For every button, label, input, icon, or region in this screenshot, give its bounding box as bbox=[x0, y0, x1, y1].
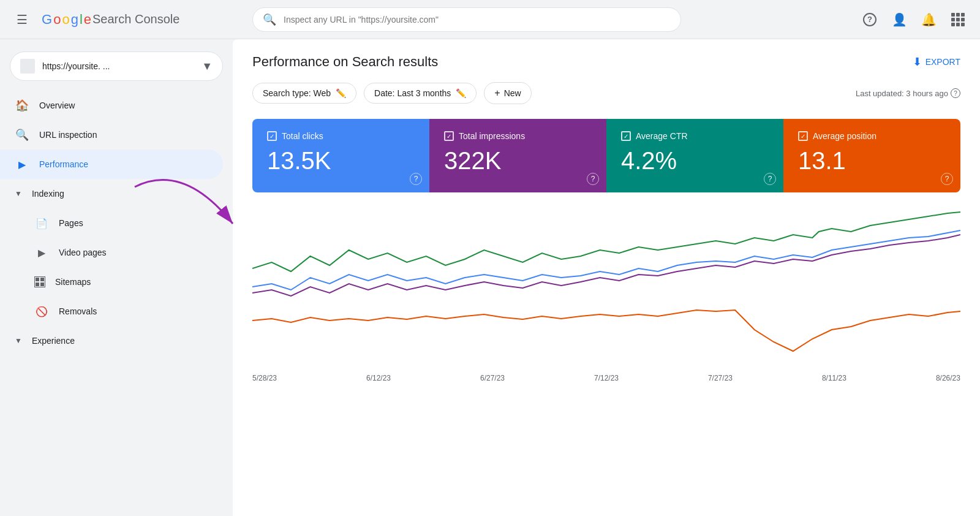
ctr-line bbox=[252, 235, 960, 296]
total-clicks-help-icon[interactable]: ? bbox=[410, 173, 422, 185]
sidebar-section-indexing[interactable]: ▼ Indexing bbox=[0, 179, 233, 208]
sidebar-item-video-pages[interactable]: ▶ Video pages bbox=[0, 238, 223, 267]
header-icon-group: ? 👤 🔔 bbox=[858, 7, 970, 32]
video-icon: ▶ bbox=[34, 247, 49, 259]
sidebar-section-experience[interactable]: ▼ Experience bbox=[0, 326, 233, 355]
chart-svg bbox=[252, 207, 960, 366]
sidebar-section-indexing-label: Indexing bbox=[32, 189, 64, 199]
total-impressions-label: Total impressions bbox=[459, 131, 525, 141]
chart-label-5: 7/27/23 bbox=[708, 374, 733, 382]
sidebar-item-overview[interactable]: 🏠 Overview bbox=[0, 91, 223, 120]
sidebar: https://yoursite. ... ▼ 🏠 Overview 🔍 URL… bbox=[0, 39, 233, 516]
sidebar-item-video-pages-label: Video pages bbox=[59, 248, 107, 257]
sidebar-item-removals-label: Removals bbox=[59, 306, 97, 316]
manage-users-button[interactable]: 👤 bbox=[887, 7, 911, 32]
performance-icon: ▶ bbox=[15, 159, 29, 170]
app-name-text: Search Console bbox=[92, 12, 179, 26]
site-name: https://yoursite. ... bbox=[42, 61, 194, 71]
filter-bar: Search type: Web ✏️ Date: Last 3 months … bbox=[252, 82, 960, 104]
total-clicks-checkbox[interactable]: ✓ bbox=[267, 131, 277, 141]
total-impressions-header: ✓ Total impressions bbox=[444, 131, 592, 141]
average-position-value: 13.1 bbox=[798, 146, 946, 175]
removals-icon: 🚫 bbox=[34, 306, 49, 317]
url-search-input[interactable] bbox=[284, 15, 671, 25]
new-button-label: New bbox=[504, 88, 521, 98]
info-icon: ? bbox=[951, 88, 960, 98]
header-left: ☰ Google Search Console bbox=[10, 7, 243, 32]
average-ctr-header: ✓ Average CTR bbox=[621, 131, 769, 141]
last-updated: Last updated: 3 hours ago ? bbox=[856, 88, 960, 98]
average-position-checkbox[interactable]: ✓ bbox=[798, 131, 808, 141]
sidebar-item-pages-label: Pages bbox=[59, 218, 83, 228]
sidebar-item-overview-label: Overview bbox=[39, 101, 75, 110]
hamburger-icon: ☰ bbox=[17, 12, 28, 27]
last-updated-text: Last updated: 3 hours ago bbox=[856, 89, 948, 98]
people-icon: 👤 bbox=[892, 12, 907, 27]
total-clicks-value: 13.5K bbox=[267, 146, 415, 175]
impressions-line bbox=[252, 230, 960, 290]
search-icon: 🔍 bbox=[15, 128, 29, 142]
sidebar-item-removals[interactable]: 🚫 Removals bbox=[0, 297, 223, 326]
sidebar-item-url-inspection[interactable]: 🔍 URL inspection bbox=[0, 120, 223, 150]
body: https://yoursite. ... ▼ 🏠 Overview 🔍 URL… bbox=[0, 39, 980, 516]
expand-experience-icon: ▼ bbox=[15, 336, 22, 345]
sitemaps-icon bbox=[34, 276, 45, 287]
search-icon: 🔍 bbox=[263, 13, 276, 26]
download-icon: ⬇ bbox=[913, 55, 922, 69]
expand-icon: ▼ bbox=[15, 189, 22, 198]
total-impressions-value: 322K bbox=[444, 146, 592, 175]
google-apps-button[interactable] bbox=[946, 7, 970, 32]
notifications-button[interactable]: 🔔 bbox=[916, 7, 941, 32]
new-filter-button[interactable]: + New bbox=[484, 82, 531, 104]
site-favicon bbox=[20, 59, 35, 74]
home-icon: 🏠 bbox=[15, 99, 29, 112]
chart-label-4: 7/12/23 bbox=[594, 374, 619, 382]
export-button[interactable]: ⬇ EXPORT bbox=[913, 55, 960, 69]
sidebar-item-pages[interactable]: 📄 Pages bbox=[0, 208, 223, 238]
header: ☰ Google Search Console 🔍 ? 👤 🔔 bbox=[0, 0, 980, 39]
average-position-header: ✓ Average position bbox=[798, 131, 946, 141]
total-clicks-label: Total clicks bbox=[282, 131, 323, 141]
sidebar-item-performance[interactable]: ▶ Performance bbox=[0, 150, 223, 179]
chevron-down-icon: ▼ bbox=[202, 60, 213, 73]
url-search-bar[interactable]: 🔍 bbox=[252, 7, 681, 32]
sidebar-item-url-inspection-label: URL inspection bbox=[39, 130, 97, 140]
date-filter[interactable]: Date: Last 3 months ✏️ bbox=[364, 83, 477, 104]
search-type-filter[interactable]: Search type: Web ✏️ bbox=[252, 83, 356, 104]
average-position-help-icon[interactable]: ? bbox=[941, 173, 953, 185]
main-content: Performance on Search results ⬇ EXPORT S… bbox=[233, 39, 980, 516]
app-logo: Google Search Console bbox=[42, 12, 179, 28]
sidebar-section-experience-label: Experience bbox=[32, 336, 75, 346]
page-title: Performance on Search results bbox=[252, 54, 438, 70]
total-impressions-card[interactable]: ✓ Total impressions 322K ? bbox=[429, 119, 606, 192]
help-icon: ? bbox=[863, 13, 876, 26]
export-label: EXPORT bbox=[925, 57, 960, 67]
average-position-card[interactable]: ✓ Average position 13.1 ? bbox=[783, 119, 960, 192]
sidebar-item-sitemaps-label: Sitemaps bbox=[55, 277, 91, 287]
title-bar: Performance on Search results ⬇ EXPORT bbox=[252, 54, 960, 70]
site-selector[interactable]: https://yoursite. ... ▼ bbox=[10, 51, 223, 81]
average-position-label: Average position bbox=[813, 131, 876, 141]
position-line bbox=[252, 310, 960, 351]
total-impressions-help-icon[interactable]: ? bbox=[587, 173, 599, 185]
bell-icon: 🔔 bbox=[921, 12, 937, 27]
average-ctr-help-icon[interactable]: ? bbox=[764, 173, 776, 185]
apps-icon bbox=[951, 13, 965, 26]
chart-label-7: 8/26/23 bbox=[936, 374, 960, 382]
average-ctr-card[interactable]: ✓ Average CTR 4.2% ? bbox=[606, 119, 783, 192]
edit-date-icon: ✏️ bbox=[456, 88, 466, 98]
edit-search-type-icon: ✏️ bbox=[336, 88, 346, 98]
average-ctr-checkbox[interactable]: ✓ bbox=[621, 131, 631, 141]
hamburger-menu-button[interactable]: ☰ bbox=[10, 7, 34, 32]
help-button[interactable]: ? bbox=[858, 7, 882, 32]
search-type-label: Search type: Web bbox=[263, 88, 331, 98]
clicks-line bbox=[252, 212, 960, 271]
chart-x-labels: 5/28/23 6/12/23 6/27/23 7/12/23 7/27/23 … bbox=[252, 369, 960, 382]
chart-label-1: 5/28/23 bbox=[252, 374, 277, 382]
average-ctr-value: 4.2% bbox=[621, 146, 769, 175]
plus-icon: + bbox=[494, 88, 500, 99]
total-clicks-card[interactable]: ✓ Total clicks 13.5K ? bbox=[252, 119, 429, 192]
sidebar-item-sitemaps[interactable]: Sitemaps bbox=[0, 267, 223, 297]
total-impressions-checkbox[interactable]: ✓ bbox=[444, 131, 454, 141]
chart-label-3: 6/27/23 bbox=[480, 374, 505, 382]
